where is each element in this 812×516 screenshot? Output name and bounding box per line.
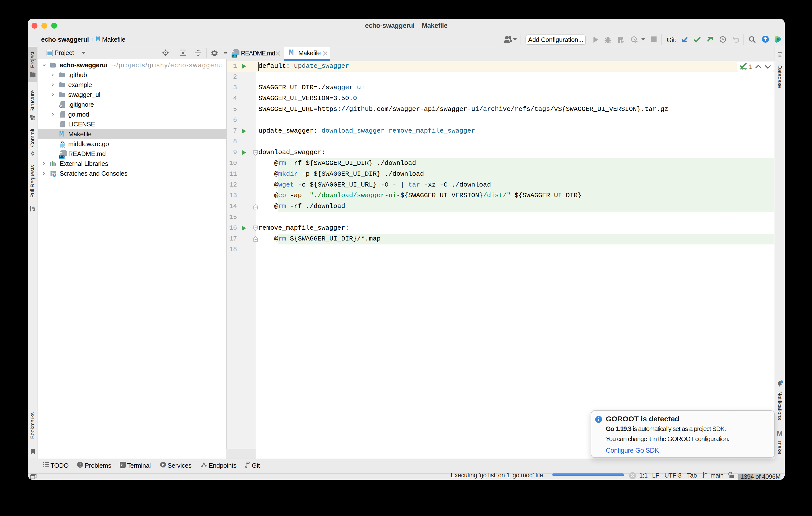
svg-text:MD: MD: [232, 54, 237, 58]
svg-text:MD: MD: [59, 154, 65, 159]
